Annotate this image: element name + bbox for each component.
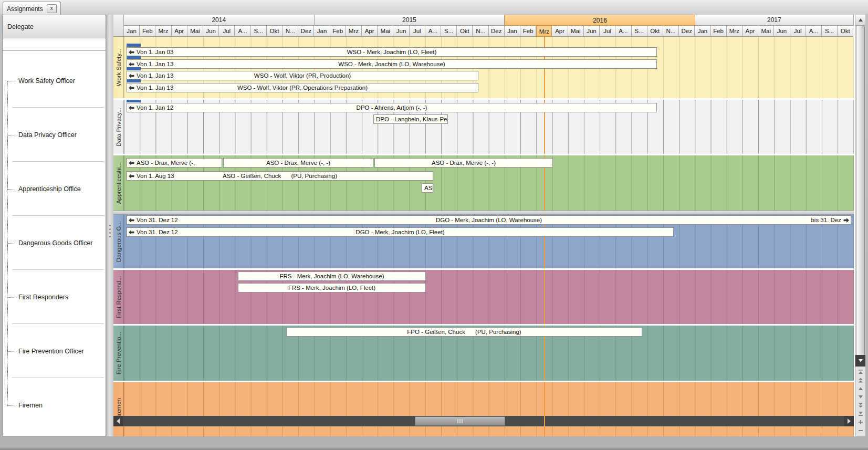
year-header-2014[interactable]: 2014: [124, 15, 315, 26]
year-header-2016[interactable]: 2016: [505, 15, 695, 26]
month-header-21[interactable]: Okt: [457, 26, 473, 37]
assignment-bar-data-privacy-1[interactable]: DPO - Langbein, Klaus-Pet: [373, 114, 448, 124]
assignment-bar-apprenticeship-3[interactable]: Von 1. Aug 13ASO - Geißen, Chuck (PU, Pu…: [127, 171, 433, 181]
sidebar-item-dangerous-goods-officer[interactable]: Dangerous Goods Officer: [3, 216, 106, 270]
month-header-41[interactable]: Jun: [774, 26, 790, 37]
tab-close-button[interactable]: x: [47, 4, 57, 13]
zoom-out-button[interactable]: [855, 426, 865, 435]
assignment-bar-apprenticeship-2[interactable]: ASO - Drax, Merve (-, -): [374, 158, 553, 168]
month-header-16[interactable]: Mai: [378, 26, 393, 37]
month-header-5[interactable]: Jun: [203, 26, 219, 37]
scroll-left-button[interactable]: [113, 416, 123, 426]
horizontal-scrollbar[interactable]: [113, 416, 854, 426]
month-header-0[interactable]: Jan: [124, 26, 140, 37]
sidebar-item-firemen[interactable]: Firemen: [3, 378, 106, 432]
year-header-2017[interactable]: 2017: [695, 15, 854, 26]
month-header-31[interactable]: A...: [615, 26, 631, 37]
month-header-29[interactable]: Jun: [584, 26, 600, 37]
band-row-header-firemen[interactable]: Firemen: [113, 382, 124, 436]
month-header-39[interactable]: Apr: [742, 26, 758, 37]
line-down-button[interactable]: [855, 393, 865, 401]
month-header-40[interactable]: Mai: [758, 26, 774, 37]
assignment-bar-fire-prevention-0[interactable]: FPO - Geißen, Chuck (PU, Purchasing): [286, 327, 642, 337]
month-header-27[interactable]: Apr: [552, 26, 568, 37]
assignment-bar-work-safety-2[interactable]: Von 1. Jan 13WSO - Wolf, Viktor (PR, Pro…: [127, 71, 478, 80]
vertical-scrollbar[interactable]: [855, 15, 865, 436]
year-header-2015[interactable]: 2015: [315, 15, 505, 26]
sidebar-item-apprenticeship-office[interactable]: Apprenticeship Office: [3, 162, 106, 216]
month-header-44[interactable]: S...: [822, 26, 838, 37]
month-header-32[interactable]: S...: [632, 26, 647, 37]
month-header-18[interactable]: Jul: [410, 26, 425, 37]
month-header-36[interactable]: Jan: [695, 26, 710, 37]
assignment-bar-dangerous-goods-0[interactable]: Von 31. Dez 12DGO - Merk, Joachim (LO, W…: [127, 215, 851, 225]
month-header-37[interactable]: Feb: [711, 26, 727, 37]
band-row-header-fire-prevention[interactable]: Fire Preventio...: [113, 326, 124, 381]
assignment-bar-work-safety-0[interactable]: Von 1. Jan 03WSO - Merk, Joachim (LO, Fl…: [127, 47, 657, 57]
assignment-bar-dangerous-goods-1[interactable]: Von 31. Dez 12DGO - Merk, Joachim (LO, F…: [127, 227, 674, 237]
assignment-bar-first-responders-0[interactable]: FRS - Merk, Joachim (LO, Warehouse): [238, 271, 426, 281]
vertical-scrollbar-thumb[interactable]: [856, 26, 865, 355]
month-header-2[interactable]: Mrz: [155, 26, 171, 37]
assignment-bar-apprenticeship-1[interactable]: ASO - Drax, Merve (-, -): [223, 158, 373, 168]
month-header-6[interactable]: Jul: [219, 26, 235, 37]
band-dangerous-goods: Dangerous G...Von 31. Dez 12DGO - Merk, …: [113, 215, 854, 268]
month-header-12[interactable]: Jan: [314, 26, 330, 37]
month-header-3[interactable]: Apr: [172, 26, 187, 37]
line-up-button[interactable]: [855, 384, 865, 393]
assignment-bar-apprenticeship-4[interactable]: ASO - Drax, Merve (-, -): [422, 183, 433, 193]
scroll-down-button[interactable]: [855, 355, 865, 367]
sidebar-item-fire-prevention-officer[interactable]: Fire Prevention Officer: [3, 324, 106, 378]
month-header-38[interactable]: Mrz: [727, 26, 742, 37]
band-row-header-work-safety[interactable]: Work Safety...: [113, 37, 124, 98]
scroll-top-button[interactable]: [855, 368, 865, 376]
month-header-42[interactable]: Jul: [790, 26, 806, 37]
month-header-33[interactable]: Okt: [647, 26, 663, 37]
sidebar-item-data-privacy-officer[interactable]: Data Privacy Officer: [3, 108, 106, 162]
month-header-28[interactable]: Mai: [568, 26, 584, 37]
panel-splitter[interactable]: [106, 15, 113, 436]
month-header-1[interactable]: Feb: [140, 26, 155, 37]
assignment-bar-data-privacy-0[interactable]: Von 1. Jan 12DPO - Ahrens, Artjom (-, -): [127, 103, 657, 112]
band-row-header-data-privacy[interactable]: Data Privacy...: [113, 100, 124, 154]
horizontal-scrollbar-thumb[interactable]: [415, 416, 505, 426]
assignment-bar-work-safety-1[interactable]: Von 1. Jan 13WSO - Merk, Joachim (LO, Wa…: [127, 59, 657, 69]
month-header-9[interactable]: Okt: [267, 26, 283, 37]
month-header-35[interactable]: Dez: [679, 26, 695, 37]
assignment-bar-work-safety-3[interactable]: Von 1. Jan 13WSO - Wolf, Viktor (PR, Ope…: [127, 83, 478, 92]
band-row-header-apprenticeship[interactable]: Apprenticeshi...: [113, 155, 124, 211]
month-header-10[interactable]: N...: [283, 26, 298, 37]
band-row-header-dangerous-goods[interactable]: Dangerous G...: [113, 215, 124, 268]
assignment-bar-first-responders-1[interactable]: FRS - Merk, Joachim (LO, Fleet): [238, 283, 426, 292]
month-header-19[interactable]: A...: [425, 26, 441, 37]
zoom-in-button[interactable]: [855, 418, 865, 426]
scroll-up-button[interactable]: [855, 15, 865, 26]
month-header-4[interactable]: Mai: [187, 26, 203, 37]
month-header-26[interactable]: Mrz: [536, 26, 552, 37]
month-header-13[interactable]: Feb: [330, 26, 346, 37]
scroll-bottom-button[interactable]: [855, 410, 865, 418]
month-header-11[interactable]: Dez: [298, 26, 314, 37]
band-row-header-first-responders[interactable]: First Respond...: [113, 270, 124, 324]
month-header-23[interactable]: Dez: [489, 26, 505, 37]
month-header-7[interactable]: A...: [235, 26, 250, 37]
month-header-15[interactable]: Apr: [362, 26, 378, 37]
month-header-45[interactable]: Okt: [838, 26, 853, 37]
month-header-22[interactable]: N...: [473, 26, 488, 37]
month-header-30[interactable]: Jul: [600, 26, 615, 37]
sidebar-item-work-safety-officer[interactable]: Work Safety Officer: [3, 54, 106, 108]
assignment-bar-apprenticeship-0[interactable]: ASO - Drax, Merve (-,: [127, 158, 222, 168]
month-header-25[interactable]: Feb: [520, 26, 536, 37]
page-up-button[interactable]: [855, 376, 865, 384]
sidebar-item-first-responders[interactable]: First Responders: [3, 270, 106, 324]
month-header-14[interactable]: Mrz: [346, 26, 362, 37]
month-header-8[interactable]: S...: [251, 26, 267, 37]
month-header-43[interactable]: A...: [806, 26, 822, 37]
page-down-button[interactable]: [855, 401, 865, 410]
month-header-20[interactable]: S...: [441, 26, 457, 37]
month-header-24[interactable]: Jan: [505, 26, 520, 37]
month-header-34[interactable]: N...: [663, 26, 679, 37]
scroll-right-button[interactable]: [844, 416, 854, 426]
month-header-17[interactable]: Jun: [393, 26, 409, 37]
tab-assignments[interactable]: Assignments x: [3, 2, 61, 15]
